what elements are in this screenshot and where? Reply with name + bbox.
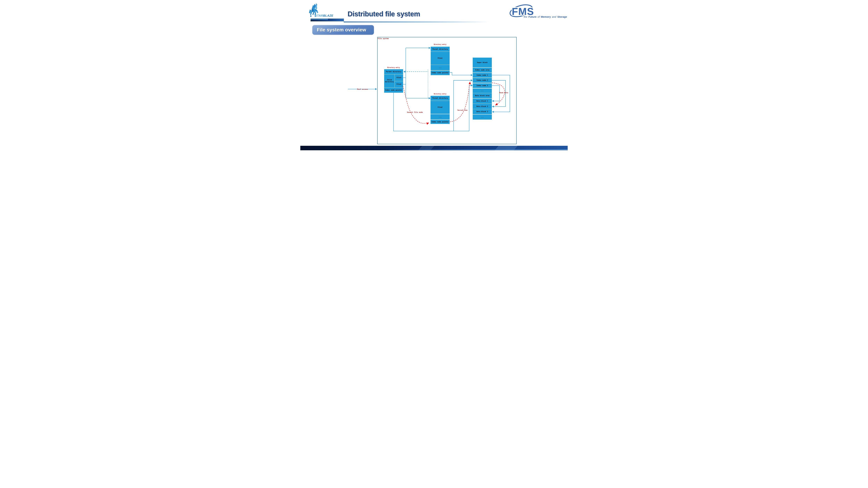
top-index-node-pointer-cell: Index node pointer	[431, 71, 450, 75]
tagline-future: Future	[528, 15, 536, 18]
index-node-1-cell: Index node 1	[473, 73, 492, 77]
directory-entry-top-label: Directory entry	[431, 44, 450, 45]
file-system-label: File system	[378, 37, 389, 39]
data-dots-cell: ...	[473, 115, 492, 120]
data-block-area-cell: Data block area	[473, 93, 492, 98]
footer-edge-highlight	[380, 150, 568, 150]
data-block-3-cell: Data block 3	[473, 109, 492, 114]
search-file-node-label: Search file node	[407, 111, 423, 113]
host-access-label: Host access	[357, 88, 368, 90]
left-file2-cell: File2	[395, 81, 403, 88]
bottom-parent-directory-cell: Parent directory	[431, 96, 450, 101]
bottom-index-node-pointer-cell: Index node pointer	[431, 120, 450, 124]
top-file1-cell: File1	[431, 52, 450, 65]
tagline-memory: Memory	[541, 15, 551, 18]
tagline-and: and	[552, 15, 556, 18]
top-dots-cell: ...	[431, 65, 450, 70]
index-node-area-cell: Index node area	[473, 68, 492, 73]
tagline-storage: Storage	[557, 15, 567, 18]
section-title-banner: File system overview	[312, 25, 374, 35]
tagline-of: of	[538, 15, 540, 18]
top-parent-directory-cell: Parent directory	[431, 47, 450, 52]
footer-band	[300, 146, 568, 150]
brand-blaze-text: BLAZE	[323, 14, 333, 18]
brand-star-text: STAR	[315, 14, 323, 18]
header-rule	[344, 22, 494, 22]
directory-entry-left-label: Directory entry	[384, 67, 403, 68]
fms-tagline: the Future of Memory and Storage	[523, 15, 567, 18]
section-title-text: File system overview	[312, 27, 366, 33]
slide: STARBLAZE Distributed file system FMS th…	[300, 0, 568, 150]
super-block-cell: Super block	[473, 58, 492, 67]
data-block-1-cell: Data block 1	[473, 99, 492, 104]
directory-entry-bottom-label: Directory entry	[431, 93, 450, 95]
page-title: Distributed file system	[347, 10, 420, 18]
data-block-2-cell: Data block 2	[473, 104, 492, 109]
serach-lba-label: Serach lba	[458, 109, 467, 111]
bottom-dots-cell: ...	[431, 114, 450, 120]
bottom-file2-cell: File2	[431, 101, 450, 114]
left-index-node-pointer-cell: Index node pointer	[384, 88, 403, 93]
left-file1-cell: File1	[395, 74, 403, 81]
index-dots-cell: ...	[473, 89, 492, 93]
arrow-host-access	[375, 88, 377, 90]
tagline-the: the	[524, 15, 527, 18]
index-node-3-cell: Index node 3	[473, 83, 492, 88]
starblaze-wordmark: STARBLAZE	[315, 14, 333, 18]
read-data-label: Read data	[499, 92, 508, 94]
left-child-directory-cell: Child directory	[384, 74, 395, 88]
index-node-2-cell: Index node 2	[473, 78, 492, 83]
header-accent-bar-highlight	[311, 19, 328, 20]
left-parent-directory-cell: Parent directory	[384, 69, 403, 74]
